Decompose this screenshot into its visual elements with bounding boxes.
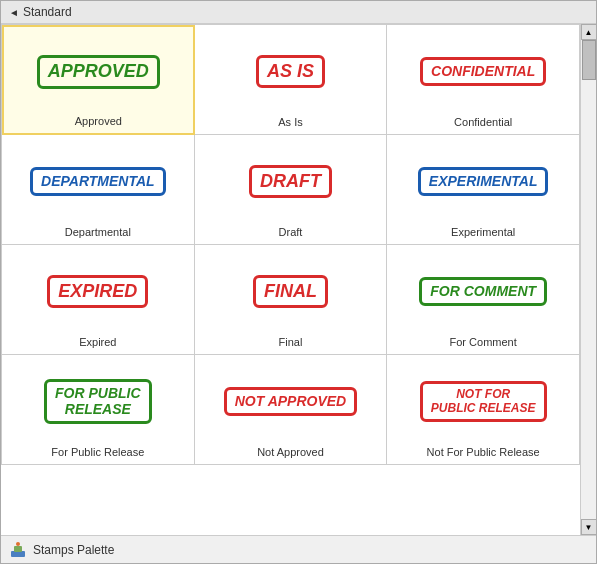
stamp-label-draft: Draft [279,226,303,238]
stamp-image-draft: DRAFT [201,143,381,220]
stamp-box-expired: EXPIRED [47,275,148,309]
stamp-label-departmental: Departmental [65,226,131,238]
stamp-label-for-comment: For Comment [450,336,517,348]
stamp-box-confidential: CONFIDENTIAL [420,57,546,86]
svg-point-2 [16,542,20,546]
collapse-arrow[interactable]: ◄ [9,7,19,18]
stamp-box-for-public-release: FOR PUBLICRELEASE [44,379,152,424]
stamp-label-final: Final [279,336,303,348]
stamp-image-departmental: DEPARTMENTAL [8,143,188,220]
stamp-image-not-approved: NOT APPROVED [201,363,381,440]
stamp-image-for-comment: FOR COMMENT [393,253,573,330]
scrollbar-down-button[interactable]: ▼ [581,519,597,535]
stamp-image-for-public-release: FOR PUBLICRELEASE [8,363,188,440]
stamp-label-confidential: Confidential [454,116,512,128]
footer-label: Stamps Palette [33,543,114,557]
stamp-cell-for-public-release[interactable]: FOR PUBLICRELEASEFor Public Release [2,355,195,465]
stamp-box-experimental: EXPERIMENTAL [418,167,549,196]
stamps-grid: APPROVEDApprovedAS ISAs IsCONFIDENTIALCo… [1,24,580,465]
stamp-box-final: FINAL [253,275,328,309]
stamp-image-as-is: AS IS [201,33,381,110]
stamp-box-draft: DRAFT [249,165,332,199]
stamp-label-experimental: Experimental [451,226,515,238]
stamp-box-approved: APPROVED [37,55,160,89]
svg-rect-1 [14,546,22,552]
scrollbar-thumb[interactable] [582,40,596,80]
stamp-cell-expired[interactable]: EXPIREDExpired [2,245,195,355]
stamp-cell-draft[interactable]: DRAFTDraft [195,135,388,245]
stamp-cell-for-comment[interactable]: FOR COMMENTFor Comment [387,245,580,355]
title-bar: ◄ Standard [1,1,596,24]
stamp-image-confidential: CONFIDENTIAL [393,33,573,110]
stamp-cell-experimental[interactable]: EXPERIMENTALExperimental [387,135,580,245]
stamp-label-for-public-release: For Public Release [51,446,144,458]
scrollbar-up-button[interactable]: ▲ [581,24,597,40]
main-content: APPROVEDApprovedAS ISAs IsCONFIDENTIALCo… [1,24,596,535]
stamp-cell-as-is[interactable]: AS ISAs Is [195,25,388,135]
stamp-cell-approved[interactable]: APPROVEDApproved [2,25,195,135]
stamp-cell-not-approved[interactable]: NOT APPROVEDNot Approved [195,355,388,465]
stamp-box-for-comment: FOR COMMENT [419,277,547,306]
stamp-box-not-approved: NOT APPROVED [224,387,358,416]
stamp-cell-confidential[interactable]: CONFIDENTIALConfidential [387,25,580,135]
scrollbar-track[interactable] [582,40,596,519]
footer-bar: Stamps Palette [1,535,596,563]
window-title: Standard [23,5,72,19]
stamp-image-experimental: EXPERIMENTAL [393,143,573,220]
stamp-label-not-for-public-release: Not For Public Release [427,446,540,458]
stamps-palette-window: ◄ Standard APPROVEDApprovedAS ISAs IsCON… [0,0,597,564]
stamp-cell-departmental[interactable]: DEPARTMENTALDepartmental [2,135,195,245]
stamp-label-as-is: As Is [278,116,302,128]
stamps-palette-icon [9,541,27,559]
scrollbar: ▲ ▼ [580,24,596,535]
stamp-cell-not-for-public-release[interactable]: NOT FORPUBLIC RELEASENot For Public Rele… [387,355,580,465]
stamp-box-departmental: DEPARTMENTAL [30,167,166,196]
stamp-box-as-is: AS IS [256,55,325,89]
stamp-image-not-for-public-release: NOT FORPUBLIC RELEASE [393,363,573,440]
stamp-label-approved: Approved [75,115,122,127]
stamp-image-expired: EXPIRED [8,253,188,330]
stamp-image-final: FINAL [201,253,381,330]
stamp-box-not-for-public-release: NOT FORPUBLIC RELEASE [420,381,547,421]
stamp-label-not-approved: Not Approved [257,446,324,458]
stamp-image-approved: APPROVED [10,35,187,109]
stamps-grid-area: APPROVEDApprovedAS ISAs IsCONFIDENTIALCo… [1,24,580,535]
stamp-cell-final[interactable]: FINALFinal [195,245,388,355]
stamp-label-expired: Expired [79,336,116,348]
